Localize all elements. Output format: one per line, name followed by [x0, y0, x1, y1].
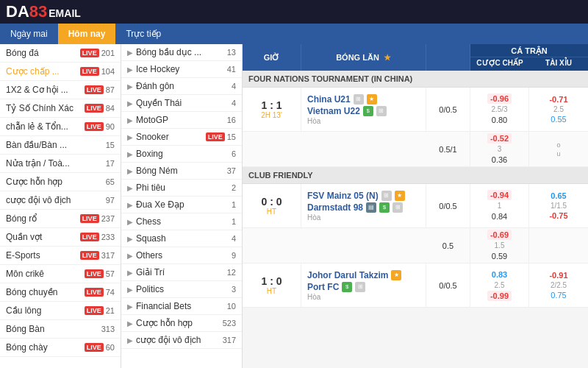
icon-chart[interactable]: ⊞ [376, 106, 387, 116]
sidebar-count-2: 87 [106, 85, 115, 94]
sidebar-count-13: 74 [106, 288, 115, 297]
ou-line-2: 1/1.5 [551, 202, 567, 210]
ou-under[interactable]: 0.55 [551, 115, 566, 124]
sidebar-count-10: 233 [101, 233, 115, 241]
sidebar: Bóng đáLIVE201Cược chấp ...LIVE1041X2 & … [0, 44, 121, 368]
ou-over-2[interactable]: 0.65 [551, 191, 566, 200]
icon-money-3[interactable]: $ [342, 282, 352, 292]
th-cuoc-chap: CƯỢC CHẤP [470, 57, 529, 68]
content-area: GIỜ BÓNG LĂN ★ CÁ TRẬN CƯỢC CHẤP TÀI XỈU… [243, 44, 588, 368]
odds-away-m3[interactable]: -0.99 [487, 291, 512, 301]
sidebar-item-7[interactable]: Cược hỗn hợp65 [0, 173, 121, 191]
sport-item-5[interactable]: ▶SnookerLIVE15 [121, 129, 242, 146]
match-time-2: 0 : 0 HT [243, 184, 301, 227]
odds-home[interactable]: -0.96 [487, 93, 512, 104]
sidebar-item-8[interactable]: cược đội vô địch97 [0, 191, 121, 210]
icon-chart-3[interactable]: ⊞ [355, 282, 365, 292]
icon-graph-2[interactable]: ▤ [366, 202, 376, 213]
sport-item-8[interactable]: ▶Phi tiêu2 [121, 180, 242, 197]
odds-away[interactable]: 0.80 [489, 115, 510, 125]
sport-item-6[interactable]: ▶Boxing6 [121, 146, 242, 163]
sport-item-1[interactable]: ▶Ice Hockey41 [121, 61, 242, 78]
sidebar-item-label-3: Tỷ Số Chính Xác [6, 103, 82, 113]
empty-3 [243, 228, 301, 263]
sport-name-0: Bóng bầu dục ... [136, 47, 227, 57]
icon-star[interactable]: ★ [367, 94, 377, 105]
sidebar-item-15[interactable]: Bóng Bàn313 [0, 320, 121, 339]
tab-truc-tiep[interactable]: Trực tiếp [115, 24, 171, 44]
odds-away-extra[interactable]: 0.36 [489, 155, 510, 165]
star-icon: ★ [384, 53, 391, 63]
odds-away-extra-2[interactable]: 0.59 [489, 251, 510, 261]
sport-item-11[interactable]: ▶Squash4 [121, 230, 242, 247]
sidebar-item-1[interactable]: Cược chấp ...LIVE104 [0, 63, 121, 81]
th-gio: GIỜ [243, 44, 301, 71]
ou-over-3[interactable]: -0.91 [549, 271, 567, 280]
sport-arrow-2: ▶ [127, 82, 133, 91]
sport-item-10[interactable]: ▶Chess1 [121, 213, 242, 230]
match-time-3: 1 : 0 HT [243, 263, 301, 307]
tab-hom-nay[interactable]: Hôm nay [58, 24, 116, 44]
icon-star-3[interactable]: ★ [391, 270, 401, 280]
icon-stats[interactable]: ⊞ [354, 94, 364, 105]
icon-stadium[interactable]: ⊞ [381, 191, 392, 201]
match-row-3: 1 : 0 HT Johor Darul Takzim ★ Port FC $ … [243, 263, 588, 308]
icon-chart-2[interactable]: ⊞ [392, 202, 403, 213]
sport-item-0[interactable]: ▶Bóng bầu dục ...13 [121, 44, 242, 61]
match-teams-2: FSV Mainz 05 (N) ⊞ ★ Darmstadt 98 ▤ $ ⊞ … [301, 184, 426, 227]
sidebar-item-3[interactable]: Tỷ Số Chính XácLIVE84 [0, 99, 121, 118]
icon-star-2[interactable]: ★ [395, 191, 405, 201]
live-badge-1: LIVE [80, 67, 99, 76]
odds-ou-1: -0.71 2.5 0.55 [529, 88, 588, 131]
ou-under-3[interactable]: 0.75 [551, 291, 566, 300]
odds-home-2[interactable]: -0.94 [487, 190, 512, 200]
sidebar-item-14[interactable]: Cầu lôngLIVE21 [0, 302, 121, 320]
sidebar-item-2[interactable]: 1X2 & Cơ hội ...LIVE87 [0, 81, 121, 99]
sidebar-item-11[interactable]: E-SportsLIVE317 [0, 247, 121, 265]
sidebar-item-9[interactable]: Bóng rổLIVE237 [0, 210, 121, 228]
sport-name-13: Giải Trí [136, 267, 227, 277]
sidebar-item-12[interactable]: Môn crikêLIVE57 [0, 265, 121, 283]
sidebar-item-13[interactable]: Bóng chuyềnLIVE74 [0, 283, 121, 302]
sidebar-item-label-16: Bóng chày [6, 342, 82, 353]
odds-home-extra-2[interactable]: -0.69 [487, 230, 512, 240]
ou-under-2[interactable]: -0.75 [549, 211, 567, 220]
sport-item-12[interactable]: ▶Others9 [121, 247, 242, 264]
sport-item-7[interactable]: ▶Bóng Ném37 [121, 163, 242, 180]
sidebar-item-label-9: Bóng rổ [6, 213, 78, 224]
sport-count-16: 523 [223, 319, 236, 328]
sidebar-item-10[interactable]: Quần vợtLIVE233 [0, 228, 121, 247]
sport-item-15[interactable]: ▶Financial Bets10 [121, 298, 242, 315]
odds-home-3[interactable]: 0.83 [489, 269, 510, 280]
sport-item-14[interactable]: ▶Politics3 [121, 281, 242, 298]
sidebar-item-16[interactable]: Bóng chàyLIVE60 [0, 339, 121, 357]
sidebar-item-5[interactable]: Bàn đầu/Bàn ...15 [0, 136, 121, 155]
sidebar-item-6[interactable]: Nửa trận / Toà...17 [0, 155, 121, 173]
ou-over[interactable]: -0.71 [549, 95, 567, 104]
ca-tran-title: CÁ TRẬN [470, 44, 588, 57]
sport-item-3[interactable]: ▶Quyền Thái4 [121, 95, 242, 112]
empty-1 [243, 132, 301, 166]
sport-arrow-9: ▶ [127, 201, 133, 209]
odds-home-extra[interactable]: -0.52 [487, 133, 512, 144]
live-badge-3: LIVE [85, 104, 104, 113]
sport-count-4: 16 [227, 116, 236, 124]
sport-item-17[interactable]: ▶cược đội vô địch317 [121, 332, 242, 349]
sport-item-13[interactable]: ▶Giải Trí12 [121, 264, 242, 281]
live-badge-14: LIVE [85, 306, 104, 315]
sport-item-9[interactable]: ▶Đua Xe Đạp1 [121, 197, 242, 213]
icon-money[interactable]: $ [363, 106, 373, 116]
logo-email: EMAIL [49, 7, 81, 19]
sport-item-2[interactable]: ▶Đánh gôn4 [121, 78, 242, 95]
tab-ngay-mai[interactable]: Ngày mai [0, 24, 58, 44]
sidebar-count-5: 15 [106, 141, 115, 149]
sport-arrow-4: ▶ [127, 116, 133, 124]
sport-item-16[interactable]: ▶Cược hỗn hợp523 [121, 315, 242, 332]
sport-arrow-11: ▶ [127, 235, 133, 243]
sport-arrow-3: ▶ [127, 99, 133, 107]
sidebar-item-0[interactable]: Bóng đáLIVE201 [0, 44, 121, 63]
sidebar-item-4[interactable]: chẵn lẻ & Tổn...LIVE90 [0, 118, 121, 136]
odds-away-m2[interactable]: 0.84 [489, 211, 510, 222]
icon-money-2[interactable]: $ [379, 202, 390, 213]
sport-item-4[interactable]: ▶MotoGP16 [121, 112, 242, 129]
